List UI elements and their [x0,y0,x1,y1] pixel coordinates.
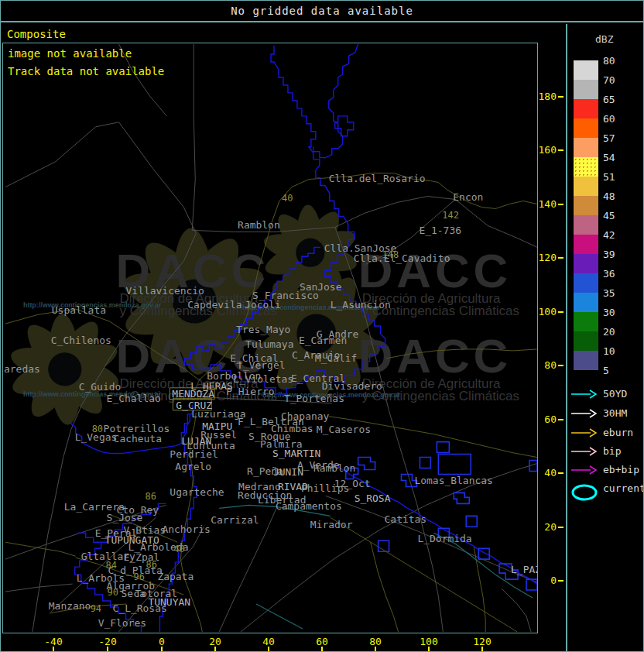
place-label: T_Vergel [237,359,285,371]
colorbar-value: 42 [603,229,629,241]
x-axis-label: -20 [88,636,127,647]
road-number-label: 40 [173,544,184,554]
place-label: MENDOZA [172,388,214,400]
x-axis-tick [214,647,216,651]
colorbar-value: 35 [603,287,629,299]
map-canvas[interactable]: DACCDACCDACCDACCDirección de Agricultura… [3,43,537,633]
legend-label: eburn [603,427,633,438]
place-label: Agrelo [175,462,211,473]
x-axis-label: 0 [142,636,181,647]
x-axis-label: 20 [196,636,235,647]
place-label: Tres_Mayo [236,324,290,335]
place-label: L_Asuncion [331,299,391,311]
colorbar-swatch [574,312,598,331]
place-label: La_Carrera [64,501,125,513]
road-number-label: 90 [108,587,118,598]
place-label: Ugarteche [170,486,224,498]
place-label: S_ROSA [355,492,391,504]
legend-item: eburn [567,424,643,444]
x-axis-tick [268,647,269,651]
x-axis-tick [428,647,430,651]
place-label: T_Porteñas [284,393,344,404]
place-label: Catitas [385,513,427,525]
storm-cell-outline [437,442,449,453]
road-number-label: 40 [282,193,293,204]
road-line [5,542,76,556]
legend-item: bip [567,443,643,463]
x-axis-tick [53,647,54,651]
colorbar-swatch [574,351,598,370]
colorbar-swatch [574,273,598,293]
colorbar-value: 48 [603,190,629,202]
place-label: Tulumaya [245,338,293,350]
place-label: Mirador [310,519,353,530]
place-label: P_Hierro [226,386,274,397]
boundary-line [219,508,276,632]
place-label: Luzuriaga [191,408,245,420]
road-number-label: 148 [382,249,399,260]
place-label: JUNIN [273,466,303,478]
y-axis-label: 160 [533,144,557,156]
boundary-line [455,200,537,248]
colorbar-value: 36 [603,268,629,280]
colorbar-value: 45 [603,210,629,221]
place-label: Villavicencio [126,285,204,297]
road-number-label: 86 [146,559,156,570]
y-axis-tick [558,204,564,205]
colorbar-swatch [574,331,598,351]
place-label: aredas [4,363,40,375]
place-label: Capdevila [187,299,242,311]
y-axis-tick [558,527,564,528]
colorbar-swatch [574,196,598,215]
river-line [313,44,358,158]
notice-image-unavailable: image not available [8,47,132,60]
colorbar-value: 54 [603,152,629,163]
x-axis-tick [161,647,163,651]
y-axis-tick [558,365,564,366]
y-axis-tick [558,472,564,474]
x-axis-tick [107,647,108,651]
map-area[interactable]: DACCDACCDACCDACCDirección de Agricultura… [2,43,538,633]
legend-label: current [603,482,644,494]
place-label: Encon [453,191,483,203]
colorbar-value: 39 [603,249,629,260]
place-label: E_1-736 [419,225,461,236]
y-axis-label: 40 [533,467,557,479]
road-number-label: 84 [106,560,117,571]
legend-item: current [567,480,643,500]
legend-label: bip [603,445,621,457]
x-axis-tick [321,647,323,651]
place-label: Ramblon [313,462,356,474]
colorbar-value: 5 [603,365,629,376]
place-label: Carrizal [211,514,259,526]
dacc-text-watermark: DACC [358,329,512,383]
y-axis-label: 60 [533,414,557,425]
x-axis-label: 40 [249,636,288,647]
colorbar-value: 57 [603,132,629,144]
legend-label: eb+bip [603,464,639,475]
y-axis-label: 120 [533,252,557,263]
place-label: V_Flores [98,617,146,629]
colorbar-value: 51 [603,171,629,183]
place-label: S_MARTIN [272,448,320,459]
place-label: Clla.del_Rosario [329,173,426,184]
y-axis-label: 20 [533,521,557,533]
canal-line [256,604,303,629]
storm-cell-outline [358,458,375,470]
colorbar-unit-label: dBZ [595,33,613,45]
place-label: E_Carmen [299,335,347,346]
place-label: Perdriel [170,448,218,460]
place-label: C_L_Rosas [113,602,167,614]
colorbar-value: 10 [603,345,629,357]
place-label: C_Guido [79,381,122,393]
place-label: Lomas_Blancas [414,475,492,486]
x-axis-label: 100 [409,636,448,647]
colorbar-swatch [574,80,598,99]
x-axis-tick [375,647,376,651]
place-label: L_Violetas [233,373,293,385]
y-axis-tick [558,257,564,259]
product-label: Composite [7,28,66,40]
y-axis-label: 140 [533,198,557,210]
legend-label: 50YD [603,388,627,400]
colorbar-swatch [574,235,598,254]
